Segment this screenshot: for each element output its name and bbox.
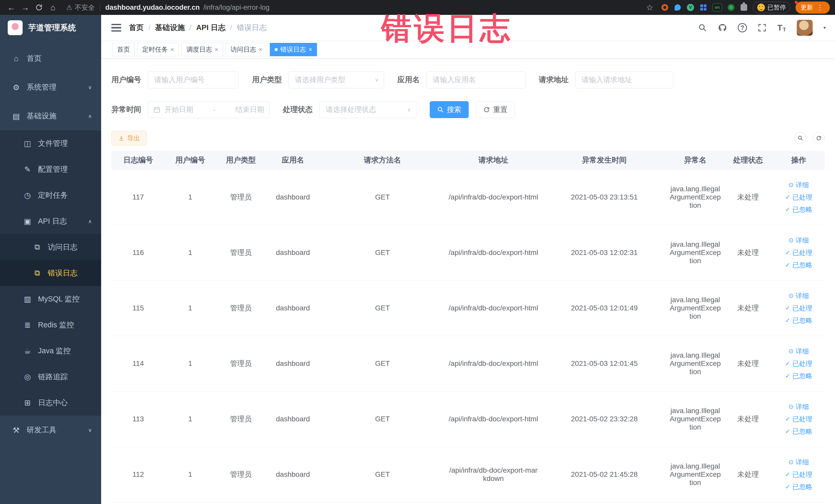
close-icon[interactable]: × bbox=[170, 46, 174, 53]
chevron-icon: ∨ bbox=[88, 84, 92, 90]
tab-schedule-log[interactable]: 调度日志 × bbox=[182, 43, 223, 56]
sidebar-item-dev-tools[interactable]: ⚒ 研发工具 ∨ bbox=[0, 416, 101, 444]
user-type-select[interactable]: 请选择用户类型 ∨ bbox=[288, 72, 384, 88]
user-id-input[interactable] bbox=[148, 72, 239, 88]
sidebar-item-redis-monitor[interactable]: ≣ Redis 监控 bbox=[0, 312, 101, 338]
cell-exception-name: java.lang.IllegalArgumentException bbox=[667, 169, 724, 225]
sidebar-item-java-monitor[interactable]: ☕ Java 监控 bbox=[0, 338, 101, 364]
sidebar-item-mysql-monitor[interactable]: ▥ MySQL 监控 bbox=[0, 286, 101, 312]
detail-link[interactable]: ⊙ 详细 bbox=[775, 345, 822, 357]
filter-user-type: 用户类型 请选择用户类型 ∨ bbox=[252, 72, 384, 88]
breadcrumb-item[interactable]: 基础设施 bbox=[155, 23, 185, 33]
search-button[interactable]: 搜索 bbox=[430, 101, 469, 118]
export-button[interactable]: 导出 bbox=[111, 131, 147, 145]
sidebar-item-config-manage[interactable]: ✎ 配置管理 bbox=[0, 156, 101, 182]
browser-reload-button[interactable] bbox=[33, 1, 45, 14]
github-icon[interactable] bbox=[718, 23, 727, 32]
security-chip[interactable]: ⚠ 不安全 bbox=[66, 3, 95, 12]
avatar[interactable] bbox=[797, 20, 813, 36]
detail-link[interactable]: ⊙ 详细 bbox=[775, 401, 822, 413]
detail-link[interactable]: ⊙ 详细 bbox=[775, 456, 822, 468]
font-size-icon[interactable]: TT bbox=[777, 23, 786, 33]
sidebar-item-label: 研发工具 bbox=[27, 425, 57, 435]
mark-ignored-link[interactable]: ✓ 已忽略 bbox=[775, 370, 822, 382]
search-icon[interactable] bbox=[698, 23, 707, 32]
mark-ignored-link[interactable]: ✓ 已忽略 bbox=[775, 425, 822, 438]
help-icon[interactable]: ? bbox=[738, 23, 747, 32]
check-icon: ✓ bbox=[785, 203, 790, 216]
grid-extension-icon[interactable] bbox=[699, 4, 707, 11]
chevron-icon: ∧ bbox=[88, 113, 92, 119]
sidebar-item-log-center[interactable]: ⊞ 日志中心 bbox=[0, 390, 101, 416]
mark-processed-link[interactable]: ✓ 已处理 bbox=[775, 302, 822, 314]
sidebar-item-file-manage[interactable]: ◫ 文件管理 bbox=[0, 130, 101, 156]
refresh-button[interactable] bbox=[813, 132, 825, 144]
detail-link[interactable]: ⊙ 详细 bbox=[775, 179, 822, 191]
breadcrumb-item[interactable]: 错误日志 bbox=[237, 23, 267, 33]
breadcrumb-item[interactable]: API 日志 bbox=[196, 23, 225, 33]
sidebar-item-scheduled-jobs[interactable]: ◷ 定时任务 bbox=[0, 182, 101, 208]
check-icon: ✓ bbox=[785, 246, 790, 259]
detail-link[interactable]: ⊙ 详细 bbox=[775, 234, 822, 246]
tab-error-log[interactable]: 错误日志 × bbox=[270, 43, 317, 56]
fullscreen-icon[interactable] bbox=[758, 23, 767, 32]
chevron-icon: ∨ bbox=[88, 427, 92, 433]
extensions-puzzle-icon[interactable] bbox=[740, 4, 748, 11]
green-extension-icon[interactable] bbox=[727, 4, 735, 11]
sidebar-item-api-logs[interactable]: ▣ API 日志 ∧ bbox=[0, 208, 101, 234]
detail-link[interactable]: ⊙ 详细 bbox=[775, 289, 822, 302]
tab-access-log[interactable]: 访问日志 × bbox=[226, 43, 267, 56]
cell-actions: ⊙ 详细 ✓ 已处理 ✓ 已忽略 bbox=[773, 391, 825, 447]
breadcrumb-separator-icon: / bbox=[148, 24, 150, 32]
sidebar-item-trace[interactable]: ◎ 链路追踪 bbox=[0, 364, 101, 390]
cell-exception-name: java.lang.IllegalArgumentException bbox=[667, 280, 724, 336]
cell-exception-time: 2021-05-02 21:45:28 bbox=[542, 447, 667, 502]
browser-home-button[interactable]: ⌂ bbox=[47, 1, 59, 14]
mark-ignored-link[interactable]: ✓ 已忽略 bbox=[775, 259, 822, 271]
mark-ignored-link[interactable]: ✓ 已忽略 bbox=[775, 481, 822, 493]
tab-home[interactable]: 首页 × bbox=[112, 43, 135, 56]
mark-processed-link[interactable]: ✓ 已处理 bbox=[775, 246, 822, 259]
tab-scheduled-jobs[interactable]: 定时任务 × bbox=[137, 43, 179, 56]
red-ring-extension-icon[interactable] bbox=[661, 4, 669, 11]
close-icon[interactable]: × bbox=[308, 46, 312, 53]
process-status-select[interactable]: 请选择处理状态 ∨ bbox=[319, 101, 416, 118]
sidebar-item-system-manage[interactable]: ⚙ 系统管理 ∨ bbox=[0, 73, 101, 102]
close-icon[interactable]: × bbox=[259, 46, 262, 53]
breadcrumb-segment: 首页 / bbox=[129, 23, 155, 33]
browser-update-button[interactable]: 更新 ⋮ bbox=[795, 2, 830, 14]
on-badge-extension-icon[interactable]: on bbox=[712, 4, 722, 11]
mark-processed-link[interactable]: ✓ 已处理 bbox=[775, 357, 822, 370]
reset-button[interactable]: 重置 bbox=[476, 101, 515, 118]
app-name-input[interactable] bbox=[426, 72, 526, 88]
close-icon[interactable]: × bbox=[215, 46, 218, 53]
hamburger-icon[interactable] bbox=[111, 24, 121, 32]
browser-menu-icon[interactable]: ⋮ bbox=[815, 3, 825, 12]
breadcrumb-segment: 错误日志 / bbox=[237, 23, 267, 33]
breadcrumb-item[interactable]: 首页 bbox=[129, 23, 144, 33]
browser-forward-button[interactable]: → bbox=[19, 1, 31, 14]
browser-back-button[interactable]: ← bbox=[5, 1, 18, 14]
caret-down-icon[interactable]: ▾ bbox=[823, 25, 826, 31]
bookmark-star-icon[interactable]: ☆ bbox=[644, 1, 656, 14]
mark-processed-link[interactable]: ✓ 已处理 bbox=[775, 413, 822, 425]
toggle-search-button[interactable] bbox=[794, 132, 806, 144]
sidebar-item-access-log[interactable]: ⧉ 访问日志 bbox=[0, 234, 101, 260]
mark-processed-link[interactable]: ✓ 已处理 bbox=[775, 191, 822, 203]
request-url-input[interactable] bbox=[575, 72, 673, 88]
blue-drop-extension-icon[interactable] bbox=[674, 4, 681, 11]
mark-processed-link[interactable]: ✓ 已处理 bbox=[775, 468, 822, 481]
url-bar[interactable]: ⚠ 不安全 dashboard.yudao.iocoder.cn/infra/l… bbox=[66, 3, 642, 12]
cell-user-type: 管理员 bbox=[216, 336, 266, 391]
mark-ignored-link[interactable]: ✓ 已忽略 bbox=[775, 203, 822, 216]
date-range-picker[interactable]: 开始日期 - 结束日期 bbox=[148, 101, 269, 118]
mark-ignored-link[interactable]: ✓ 已忽略 bbox=[775, 314, 822, 327]
sidebar-item-infrastructure[interactable]: ▤ 基础设施 ∧ bbox=[0, 102, 101, 130]
paused-profile-chip[interactable]: 已暂停 bbox=[753, 2, 790, 13]
logo-link[interactable]: 芋道管理系统 bbox=[0, 15, 101, 41]
warning-icon: ⚠ bbox=[66, 4, 72, 12]
sidebar-item-error-log[interactable]: ⧉ 错误日志 bbox=[0, 260, 101, 286]
cell-user-type: 管理员 bbox=[216, 447, 266, 502]
vue-devtools-extension-icon[interactable]: V bbox=[687, 4, 694, 11]
sidebar-item-home[interactable]: ⌂ 首页 bbox=[0, 44, 101, 73]
